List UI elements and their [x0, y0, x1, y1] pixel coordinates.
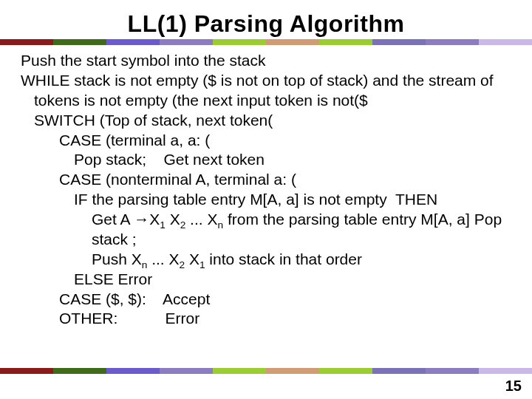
algo-line: CASE (terminal a, a: (	[21, 131, 511, 151]
slide-title: LL(1) Parsing Algorithm	[0, 0, 532, 38]
slide: LL(1) Parsing Algorithm Push the start s…	[0, 0, 532, 399]
page-number: 15	[505, 378, 522, 395]
algo-line: OTHER: Error	[21, 309, 511, 329]
divider-top	[0, 39, 532, 45]
algo-line: IF the parsing table entry M[A, a] is no…	[21, 190, 511, 210]
algo-line: CASE (nonterminal A, terminal a: (	[21, 170, 511, 190]
algo-line: Pop stack; Get next token	[21, 150, 511, 170]
algo-line: Push Xn ... X2 X1 into stack in that ord…	[21, 250, 511, 270]
algo-line: SWITCH (Top of stack, next token(	[21, 111, 511, 131]
algo-line: CASE ($, $): Accept	[21, 290, 511, 310]
algo-line: ELSE Error	[21, 270, 511, 290]
algo-line: Push the start symbol into the stack	[21, 51, 511, 71]
algo-line: Get A →X1 X2 ... Xn from the parsing tab…	[21, 210, 511, 250]
algo-line: WHILE stack is not empty ($ is not on to…	[21, 71, 511, 111]
slide-body: Push the start symbol into the stack WHI…	[0, 45, 532, 329]
divider-bottom	[0, 368, 532, 374]
arrow-icon: →	[134, 211, 149, 228]
